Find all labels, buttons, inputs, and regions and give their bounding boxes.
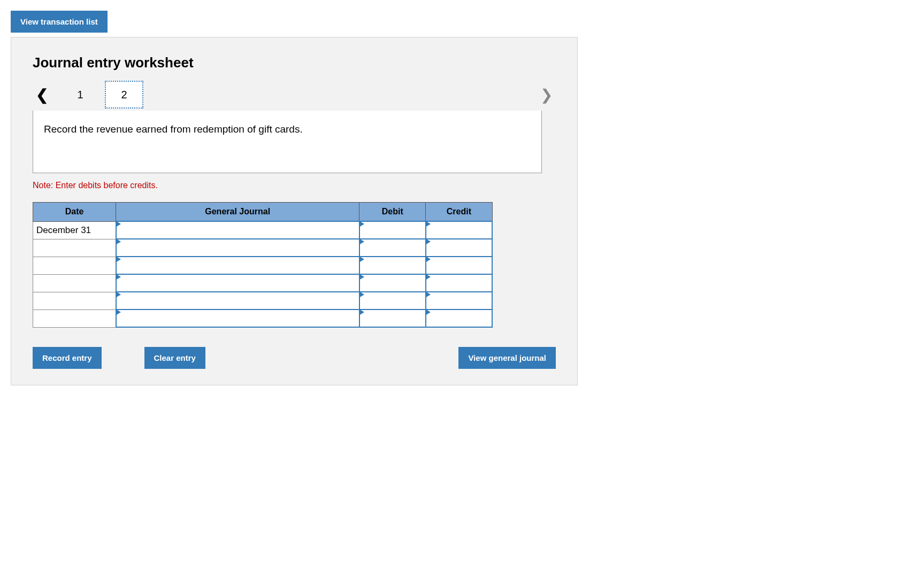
cell-debit[interactable]	[359, 257, 426, 274]
journal-table: Date General Journal Debit Credit Decemb…	[33, 202, 493, 328]
cell-debit[interactable]	[359, 221, 426, 239]
cell-debit[interactable]	[359, 292, 426, 310]
view-general-journal-button[interactable]: View general journal	[458, 347, 556, 369]
chevron-right-icon[interactable]: ❯	[537, 86, 556, 104]
cell-credit[interactable]	[426, 239, 492, 257]
action-row: Record entry Clear entry View general jo…	[33, 347, 556, 369]
cell-debit[interactable]	[359, 274, 426, 292]
tab-row: ❮ 1 2 ❯	[33, 81, 556, 109]
cell-general-journal[interactable]	[116, 257, 359, 274]
th-date: Date	[33, 203, 116, 222]
table-row	[33, 257, 493, 274]
table-row	[33, 310, 493, 327]
cell-credit[interactable]	[426, 274, 492, 292]
cell-date[interactable]	[33, 257, 116, 274]
page-tab-1[interactable]: 1	[61, 81, 99, 109]
cell-general-journal[interactable]	[116, 292, 359, 310]
cell-credit[interactable]	[426, 310, 492, 327]
cell-date[interactable]	[33, 274, 116, 292]
cell-general-journal[interactable]	[116, 221, 359, 239]
cell-general-journal[interactable]	[116, 239, 359, 257]
th-general-journal: General Journal	[116, 203, 359, 222]
cell-date[interactable]: December 31	[33, 221, 116, 239]
table-row	[33, 239, 493, 257]
table-row: December 31	[33, 221, 493, 239]
record-entry-button[interactable]: Record entry	[33, 347, 102, 369]
journal-worksheet-panel: Journal entry worksheet ❮ 1 2 ❯ Record t…	[11, 37, 578, 385]
panel-title: Journal entry worksheet	[33, 55, 556, 71]
view-transaction-list-button[interactable]: View transaction list	[11, 11, 108, 33]
cell-debit[interactable]	[359, 239, 426, 257]
table-row	[33, 274, 493, 292]
cell-date[interactable]	[33, 239, 116, 257]
cell-credit[interactable]	[426, 292, 492, 310]
clear-entry-button[interactable]: Clear entry	[144, 347, 205, 369]
cell-date[interactable]	[33, 310, 116, 327]
instruction-box: Record the revenue earned from redemptio…	[33, 111, 542, 173]
cell-general-journal[interactable]	[116, 274, 359, 292]
chevron-left-icon[interactable]: ❮	[33, 86, 51, 104]
page-tab-2[interactable]: 2	[105, 81, 143, 109]
th-credit: Credit	[426, 203, 492, 222]
cell-date[interactable]	[33, 292, 116, 310]
cell-credit[interactable]	[426, 221, 492, 239]
note-text: Note: Enter debits before credits.	[33, 181, 556, 190]
cell-credit[interactable]	[426, 257, 492, 274]
cell-general-journal[interactable]	[116, 310, 359, 327]
table-row	[33, 292, 493, 310]
cell-debit[interactable]	[359, 310, 426, 327]
th-debit: Debit	[359, 203, 426, 222]
